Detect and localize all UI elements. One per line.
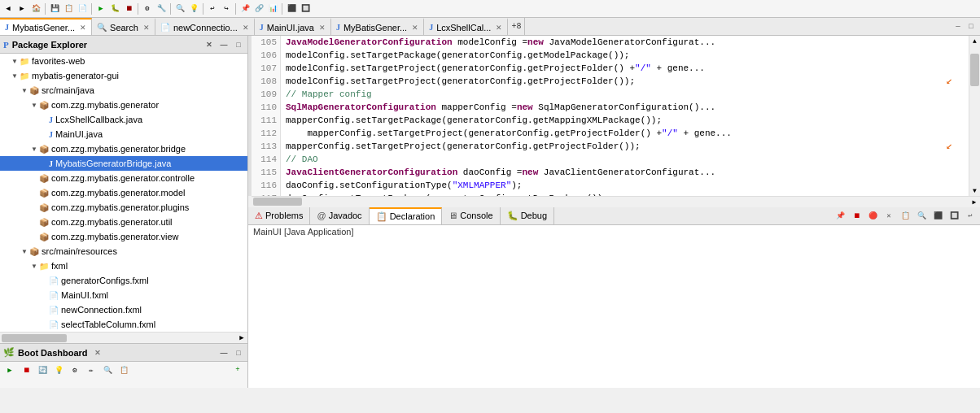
boot-maximize-btn[interactable]: □ (233, 347, 244, 359)
tab-debug[interactable]: 🐛 Debug (501, 207, 554, 224)
scroll-up-btn[interactable]: ▲ (969, 36, 980, 46)
tree-item-pkg-util[interactable]: 📦 com.zzg.mybatis.generator.util (0, 215, 247, 229)
tree-item-pkg-model[interactable]: 📦 com.zzg.mybatis.generator.model (0, 185, 247, 200)
tab-console[interactable]: 🖥 Console (442, 207, 500, 224)
toolbar-btn-2[interactable]: ▶ (15, 2, 28, 15)
boot-btn-3[interactable]: 🔄 (36, 363, 49, 376)
package-tree[interactable]: ▼ 📁 favorites-web ▼ 📁 mybatis-generator-… (0, 54, 247, 332)
tab-close-search[interactable]: ✕ (143, 24, 150, 32)
toolbar-btn-16[interactable]: ⬛ (285, 2, 298, 15)
toolbar-btn-17[interactable]: 🔲 (299, 2, 312, 15)
pkg-close-btn[interactable]: ✕ (203, 39, 215, 50)
toolbar-btn-9[interactable]: 🔍 (173, 2, 186, 15)
toolbar-btn-11[interactable]: ↩ (206, 2, 219, 15)
tree-item-pkg-plugins[interactable]: 📦 com.zzg.mybatis.generator.plugins (0, 200, 247, 215)
tree-label-new-connection-fxml: newConnection.fxml (61, 305, 142, 315)
tab-close-mybatis-gen[interactable]: ✕ (80, 24, 86, 32)
scroll-down-btn[interactable]: ▼ (969, 186, 980, 196)
tree-item-select-table-col[interactable]: 📄 selectTableColumn.fxml (0, 317, 247, 332)
pkg-minimize-btn[interactable]: — (218, 39, 230, 50)
tree-item-favorites-web[interactable]: ▼ 📁 favorites-web (0, 54, 247, 68)
toolbar-btn-debug[interactable]: 🐛 (108, 2, 121, 15)
code-line-115: JavaClientGeneratorConfiguration daoConf… (286, 166, 969, 179)
tree-scroll-right[interactable]: ▶ (236, 333, 247, 342)
toolbar-btn-1[interactable]: ◀ (2, 2, 15, 15)
toolbar-btn-4[interactable]: 💾 (48, 2, 61, 15)
tree-label-pkg-bridge: com.zzg.mybatis.generator.bridge (51, 144, 186, 154)
editor-maximize-btn[interactable]: □ (965, 21, 977, 33)
tree-item-main-ui[interactable]: J MainUI.java (0, 127, 247, 141)
code-content[interactable]: JavaModelGeneratorConfiguration modelCon… (281, 36, 969, 196)
tab-icon-mybatis-gen2: J (336, 23, 340, 32)
tab-main-ui[interactable]: J MainUI.java ✕ (255, 18, 331, 35)
tree-item-new-connection-fxml[interactable]: 📄 newConnection.fxml (0, 302, 247, 317)
boot-btn-2[interactable]: ⏹ (20, 363, 33, 376)
tab-problems[interactable]: ⚠ Problems (248, 207, 310, 224)
pkg-maximize-btn[interactable]: □ (233, 39, 244, 50)
boot-btn-add[interactable]: + (231, 363, 244, 376)
toolbar-btn-10[interactable]: 💡 (187, 2, 200, 15)
toolbar-btn-7[interactable]: ⚙ (141, 2, 154, 15)
tab-mybatis-gen2[interactable]: J MyBatisGener... ✕ (331, 18, 424, 35)
toolbar-btn-15[interactable]: 📊 (266, 2, 279, 15)
boot-btn-8[interactable]: 📋 (117, 363, 130, 376)
editor-tab-bar: J MybatisGener... ✕ 🔍 Search ✕ 📄 newConn… (0, 18, 980, 36)
tab-javadoc[interactable]: @ Javadoc (310, 207, 369, 224)
tree-item-mybatis-gen-bridge[interactable]: J MybatisGeneratorBridge.java (0, 156, 247, 171)
tab-console-label: Console (460, 211, 492, 220)
editor-vert-scroll[interactable]: ▲ ▼ (969, 36, 980, 196)
tree-item-fxml-folder[interactable]: ▼ 📁 fxml (0, 259, 247, 273)
boot-btn-6[interactable]: ✏ (85, 363, 98, 376)
bottom-action-2[interactable]: ⏹ (850, 209, 863, 222)
boot-btn-5[interactable]: ⚙ (68, 363, 81, 376)
toolbar-btn-run[interactable]: ▶ (94, 2, 107, 15)
toolbar-btn-5[interactable]: 📋 (62, 2, 75, 15)
toolbar-btn-13[interactable]: 📌 (238, 2, 252, 15)
editor-minimize-btn[interactable]: — (952, 21, 964, 33)
tab-new-connection[interactable]: 📄 newConnectio... ✕ (155, 18, 255, 35)
toolbar-btn-14[interactable]: 🔗 (252, 2, 265, 15)
tree-item-src-main-java[interactable]: ▼ 📦 src/main/java (0, 83, 247, 98)
tree-item-mybatis-gen-gui[interactable]: ▼ 📁 mybatis-generator-gui (0, 68, 247, 83)
boot-btn-4[interactable]: 💡 (52, 363, 65, 376)
bottom-action-6[interactable]: 🔍 (915, 209, 928, 222)
bottom-action-3[interactable]: 🔴 (866, 209, 879, 222)
bottom-action-9[interactable]: ↩ (964, 209, 977, 222)
tab-close-new-connection[interactable]: ✕ (243, 24, 249, 32)
tree-item-pkg-view[interactable]: 📦 com.zzg.mybatis.generator.view (0, 229, 247, 244)
tree-item-pkg-bridge[interactable]: ▼ 📦 com.zzg.mybatis.generator.bridge (0, 141, 247, 156)
boot-btn-1[interactable]: ▶ (3, 363, 16, 376)
tab-icon-mybatis-gen: J (5, 23, 9, 32)
tab-lcx-shell[interactable]: J LcxShellCal... ✕ (424, 18, 508, 35)
toolbar-btn-8[interactable]: 🔧 (155, 2, 168, 15)
bottom-action-4[interactable]: ✕ (882, 209, 895, 222)
tab-mybatis-gen[interactable]: J MybatisGener... ✕ (0, 18, 92, 35)
bottom-action-7[interactable]: ⬛ (931, 209, 944, 222)
tree-item-pkg-controller[interactable]: 📦 com.zzg.mybatis.generator.controlle (0, 171, 247, 185)
toolbar-btn-stop[interactable]: ⏹ (122, 2, 135, 15)
tab-overflow[interactable]: +8 (508, 18, 525, 35)
bottom-action-5[interactable]: 📋 (899, 209, 912, 222)
line-num-111: 111 (252, 114, 277, 127)
tab-close-mybatis-gen2[interactable]: ✕ (412, 24, 418, 32)
bottom-action-1[interactable]: 📌 (833, 209, 847, 222)
tree-item-pkg-generator[interactable]: ▼ 📦 com.zzg.mybatis.generator (0, 98, 247, 112)
toolbar-btn-12[interactable]: ↪ (220, 2, 233, 15)
bottom-action-8[interactable]: 🔲 (947, 209, 960, 222)
toolbar-btn-6[interactable]: 📄 (76, 2, 89, 15)
tab-declaration[interactable]: 📋 Declaration (370, 207, 443, 224)
tab-close-main-ui[interactable]: ✕ (319, 24, 326, 32)
toolbar-btn-3[interactable]: 🏠 (29, 2, 42, 15)
tree-item-main-ui-fxml[interactable]: 📄 MainUI.fxml (0, 288, 247, 302)
code-horiz-scroll[interactable]: ▶ (252, 196, 980, 207)
code-scroll-right[interactable]: ▶ (969, 198, 980, 206)
tree-item-generator-configs[interactable]: 📄 generatorConfigs.fxml (0, 273, 247, 288)
tab-close-lcx-shell[interactable]: ✕ (496, 24, 502, 32)
boot-btn-7[interactable]: 🔍 (101, 363, 114, 376)
tree-item-lcx-shell-cb[interactable]: J LcxShellCallback.java (0, 112, 247, 127)
tab-search[interactable]: 🔍 Search ✕ (92, 18, 155, 35)
boot-minimize-btn[interactable]: — (218, 347, 230, 359)
package-explorer-title: Package Explorer (12, 40, 200, 50)
tree-horiz-scroll[interactable]: ▶ (0, 332, 247, 343)
tree-item-src-main-res[interactable]: ▼ 📦 src/main/resources (0, 244, 247, 259)
